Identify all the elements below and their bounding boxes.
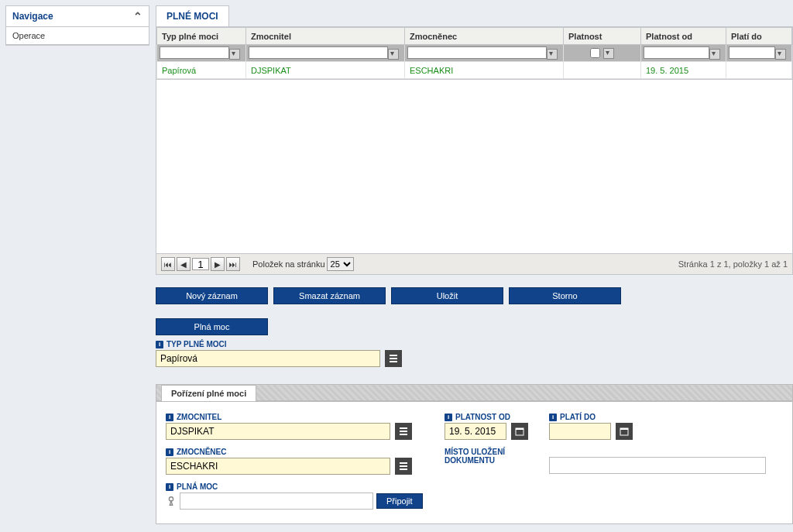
info-icon: i [445,414,452,421]
svg-rect-5 [400,434,407,435]
tab-strip: PLNÉ MOCI [156,5,793,26]
field-label-zmocnenec: i ZMOCNĚNEC [166,448,429,456]
col-header-plati-do[interactable]: Platí do [726,28,792,45]
pager-prev-button[interactable]: ◀ [177,257,191,271]
form-col-mid: i PLATNOST OD [445,413,534,510]
filter-input-typ[interactable] [160,46,229,59]
sidebar-panel: Navigace ⌃ Operace [5,5,149,46]
sidebar: Navigace ⌃ Operace [0,0,149,532]
svg-rect-8 [400,469,407,470]
platnost-od-input[interactable] [445,423,506,440]
svg-rect-2 [390,361,397,362]
filter-input-zmocnitel[interactable] [249,46,388,59]
list-icon [399,462,408,471]
info-icon: i [166,414,173,421]
pager-next-button[interactable]: ▶ [211,257,225,271]
calendar-icon [515,427,524,436]
svg-rect-11 [516,428,524,430]
section-header-row: Plná moc [156,318,793,335]
list-icon [389,354,398,363]
sidebar-header-navigace[interactable]: Navigace ⌃ [6,6,149,27]
svg-rect-4 [400,431,407,432]
cell-plati-do [726,62,792,79]
filter-input-platnost-od[interactable] [644,46,709,59]
cell-platnost [564,62,641,79]
info-icon: i [549,414,557,421]
col-header-typ[interactable]: Typ plné moci [157,28,246,45]
info-icon: i [166,483,173,491]
pager-status: Stránka 1 z 1, položky 1 až 1 [678,259,788,269]
filter-icon[interactable] [388,49,399,60]
svg-rect-13 [620,428,628,430]
calendar-button[interactable] [616,423,633,440]
smazat-zaznam-button[interactable]: Smazat záznam [273,287,386,304]
app-root: Navigace ⌃ Operace PLNÉ MOCI [0,0,793,532]
typ-plne-moci-input[interactable] [156,350,380,367]
sidebar-item-operace[interactable]: Operace [6,27,149,45]
lookup-button[interactable] [395,423,412,440]
field-label-misto: MÍSTO ULOŽENÍ DOKUMENTU [445,448,534,465]
tab-plne-moci[interactable]: PLNÉ MOCI [156,5,229,26]
novy-zaznam-button[interactable]: Nový záznam [156,287,268,304]
col-header-zmocnitel[interactable]: Zmocnitel [246,28,405,45]
pager-first-button[interactable]: ⏮ [161,257,175,271]
plati-do-input[interactable] [549,423,611,440]
pager-per-page-select[interactable]: 25 [327,257,354,271]
svg-rect-7 [400,465,407,467]
svg-rect-3 [400,427,407,429]
col-header-platnost-od[interactable]: Platnost od [641,28,726,45]
form-col-left: i ZMOCNITEL [166,413,429,510]
filter-checkbox-platnost[interactable] [590,48,600,58]
svg-rect-6 [400,462,407,464]
filter-icon[interactable] [775,49,786,60]
grid-empty-area [156,80,793,254]
col-header-platnost[interactable]: Platnost [564,28,641,45]
data-grid: Typ plné moci Zmocnitel Zmocněnec Platno… [156,27,792,79]
sidebar-item-label: Operace [12,31,45,40]
zmocnenec-input[interactable] [166,458,390,475]
grid-wrapper: Typ plné moci Zmocnitel Zmocněnec Platno… [156,26,793,80]
field-label-plati-do: i PLATÍ DO [549,413,783,421]
filter-icon[interactable] [547,49,558,60]
field-block-typ: i TYP PLNÉ MOCI [156,340,793,367]
filter-icon[interactable] [229,49,240,60]
action-button-row: Nový záznam Smazat záznam Uložit Storno [156,287,793,304]
plna-moc-section-button[interactable]: Plná moc [156,318,268,335]
tab-label: PLNÉ MOCI [166,11,218,22]
lookup-button[interactable] [395,458,412,475]
field-label-platnost-od: i PLATNOST OD [445,413,534,421]
field-label-zmocnitel: i ZMOCNITEL [166,413,429,421]
inner-tab-porizeni[interactable]: Pořízení plné moci [161,385,256,401]
inner-panel: i ZMOCNITEL [156,401,793,524]
filter-icon[interactable] [603,48,614,59]
inner-tabstrip: Pořízení plné moci [156,384,793,401]
filter-input-plati-do[interactable] [729,46,775,59]
field-label-plna-moc: i PLNÁ MOC [166,482,429,491]
zmocnitel-input[interactable] [166,423,390,440]
table-row[interactable]: Papírová DJSPIKAT ESCHAKRI 19. 5. 2015 [157,62,792,79]
sidebar-header-label: Navigace [12,11,53,22]
storno-button[interactable]: Storno [509,287,621,304]
misto-ulozeni-input[interactable] [549,457,766,474]
pager-last-button[interactable]: ⏭ [226,257,240,271]
ulozit-button[interactable]: Uložit [391,287,503,304]
filter-icon[interactable] [709,49,720,60]
calendar-button[interactable] [511,423,528,440]
filter-input-zmocnenec[interactable] [407,46,547,59]
chevron-up-icon: ⌃ [133,10,142,22]
info-icon: i [156,341,163,348]
field-label-typ: i TYP PLNÉ MOCI [156,340,793,348]
plna-moc-file-input[interactable] [180,493,373,510]
grid-filter-row [157,45,792,62]
pripojit-button[interactable]: Připojit [376,493,423,509]
svg-rect-1 [390,358,397,359]
list-icon [399,427,408,436]
lookup-button[interactable] [385,350,402,367]
pager-page-input[interactable] [192,258,209,270]
main: PLNÉ MOCI Typ plné moci Zmocnitel Zmocně… [149,0,793,532]
svg-rect-0 [390,355,397,356]
cell-zmocnitel: DJSPIKAT [246,62,405,79]
grid-header-row: Typ plné moci Zmocnitel Zmocněnec Platno… [157,28,792,45]
attachment-icon [166,496,177,506]
col-header-zmocnenec[interactable]: Zmocněnec [405,28,564,45]
